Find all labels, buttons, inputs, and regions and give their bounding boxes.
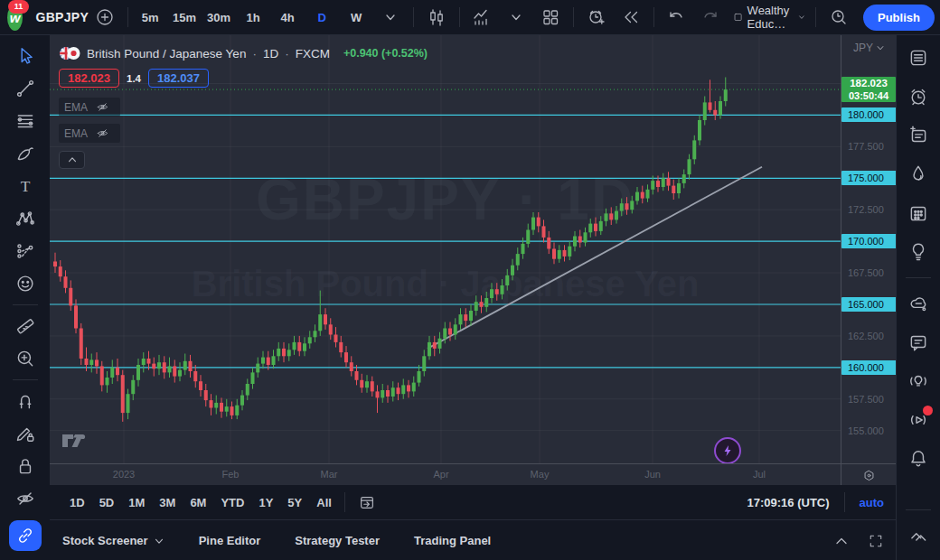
price-tick: 167.500 [848,267,884,278]
watchlist-button[interactable] [903,42,934,73]
chat-button[interactable] [903,327,934,358]
timeframe-15m[interactable]: 15m [167,5,202,30]
ruler-icon [14,315,36,337]
time-scale[interactable]: 2023FebMarAprMayJunJul [50,463,841,486]
lock-all-drawings-button[interactable] [8,452,42,481]
timeframe-1h[interactable]: 1h [236,5,270,30]
chevron-down-icon [154,536,164,546]
price-scale-currency[interactable]: JPY [841,42,897,54]
forecast-tool-button[interactable] [8,237,42,266]
buy-price-button[interactable]: 182.037 [148,69,209,88]
emoji-tool-button[interactable] [8,269,42,298]
brush-tool-button[interactable] [8,139,42,168]
range-1m[interactable]: 1M [121,490,152,514]
range-1y[interactable]: 1Y [251,490,280,514]
hide-all-drawings-button[interactable] [8,484,42,513]
timeframe-1d[interactable]: D [305,5,339,30]
tradingview-logo[interactable] [61,432,89,453]
indicator-row-ema2[interactable]: EMA [59,124,120,143]
lock-icon [14,455,36,477]
price-scale[interactable]: JPY 182.500177.500172.500167.500162.5001… [841,34,897,463]
fullscreen-button[interactable] [868,533,884,549]
divider [815,7,816,27]
price-level-label: 165.000 [841,297,897,312]
sell-price-button[interactable]: 182.023 [59,69,119,88]
alert-clock-icon [587,7,606,27]
indicators-button[interactable] [465,5,499,30]
cursor-icon [14,45,36,67]
drawing-mode-lock-button[interactable] [8,419,42,448]
range-ytd[interactable]: YTD [213,490,251,514]
indicator-row-ema1[interactable]: EMA [59,98,120,117]
live-streams-button[interactable] [903,405,934,435]
layout-select-button[interactable]: Wealthy Educ… [728,5,810,30]
eye-off-icon [14,488,36,509]
divider [459,7,460,27]
range-all[interactable]: All [309,490,339,514]
tab-trading-panel[interactable]: Trading Panel [414,534,491,547]
tab-pine-editor[interactable]: Pine Editor [199,534,261,547]
chevron-down-icon [876,43,885,52]
price-tick: 155.000 [848,425,884,436]
object-tree-button[interactable] [903,520,934,551]
compare-add-button[interactable] [88,5,122,30]
utc-clock[interactable]: 17:09:16 (UTC) [747,496,830,509]
quick-search-button[interactable] [822,5,856,30]
replay-icon [621,7,641,27]
range-6m[interactable]: 6M [183,490,213,514]
goto-date-button[interactable] [351,490,383,514]
cursor-tool-button[interactable] [8,42,42,70]
user-menu-button[interactable]: w 11 [7,5,23,31]
toolbar-divider [13,304,38,305]
eye-off-icon[interactable] [96,126,109,140]
auto-scale-toggle[interactable]: auto [860,496,884,509]
xabcd-pattern-tool-button[interactable] [8,204,42,233]
ideas-button[interactable] [903,237,934,267]
timeframe-30m[interactable]: 30m [202,5,236,30]
sync-drawings-button[interactable] [9,520,42,551]
magnet-mode-button[interactable] [8,387,42,415]
scales-settings-button[interactable] [841,463,897,486]
time-label: 2023 [113,469,135,480]
spark-badge[interactable] [714,437,741,463]
trend-line[interactable] [428,167,762,349]
notifications-button[interactable] [903,443,934,474]
legend-collapse-button[interactable] [59,151,85,169]
tab-stock-screener[interactable]: Stock Screener [62,534,164,547]
create-alert-button[interactable] [579,5,614,30]
redo-button[interactable] [693,5,728,30]
trend-line-tool-button[interactable] [8,74,42,103]
timeframe-5m[interactable]: 5m [133,5,167,30]
streams-button[interactable] [903,366,934,397]
timeframe-4h[interactable]: 4h [270,5,305,30]
chat-bubble-icon [907,331,929,353]
layout-grid-button[interactable] [533,5,568,30]
bar-replay-button[interactable] [614,5,648,30]
chart-pane[interactable]: GBPJPY · 1D British Pound · Japanese Yen… [50,34,841,463]
panel-expand-button[interactable] [833,533,850,549]
range-1d[interactable]: 1D [62,490,92,514]
range-5d[interactable]: 5D [92,490,122,514]
indicators-menu-button[interactable] [499,5,533,30]
timeframe-menu-button[interactable] [373,5,408,30]
fib-retracement-tool-button[interactable] [8,107,42,135]
symbol-search-button[interactable]: GBPJPY [32,5,88,30]
range-3m[interactable]: 3M [152,490,183,514]
publish-button[interactable]: Publish [863,5,935,31]
measure-tool-button[interactable] [8,312,42,341]
undo-button[interactable] [659,5,693,30]
symbol-header[interactable]: British Pound / Japanese Yen · 1D · FXCM… [59,43,428,63]
chart-style-button[interactable] [419,5,454,30]
alerts-button[interactable] [903,81,934,112]
calendar-button[interactable] [903,198,934,229]
hotlists-button[interactable] [903,159,934,190]
news-flow-button[interactable] [903,120,934,151]
tab-strategy-tester[interactable]: Strategy Tester [295,534,380,547]
eye-off-icon[interactable] [96,100,109,114]
range-5y[interactable]: 5Y [280,490,309,514]
text-tool-button[interactable]: T [8,172,42,201]
zoom-in-tool-button[interactable] [8,344,42,373]
minds-button[interactable] [903,288,934,319]
timeframe-1w[interactable]: W [339,5,373,30]
tab-label: Trading Panel [414,534,491,547]
